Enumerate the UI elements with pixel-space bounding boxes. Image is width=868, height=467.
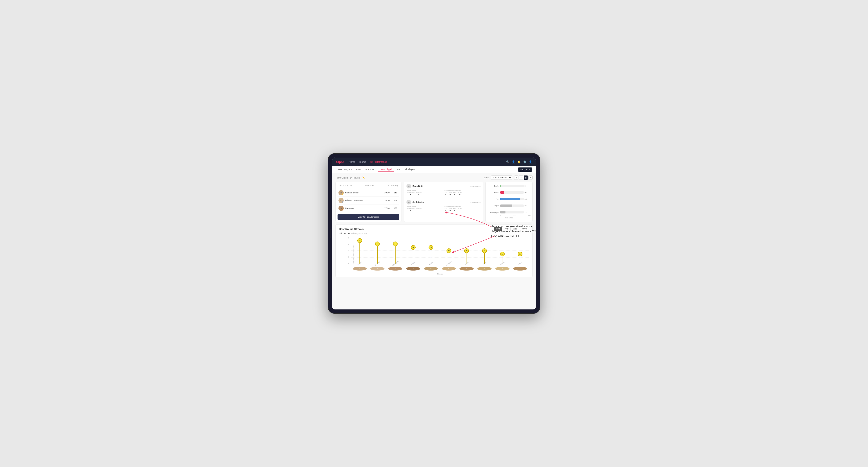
rank-badge-3: 3: [342, 209, 344, 211]
settings-icon[interactable]: ⚙️: [523, 160, 526, 163]
sub-nav-pgat[interactable]: PGAT Players: [336, 167, 353, 172]
y-label-0: 0: [348, 262, 349, 264]
bar-track: [500, 198, 524, 200]
bell-icon[interactable]: 🔔: [518, 160, 521, 163]
bar-fill: [500, 205, 512, 207]
bar-row: Eagles 3: [488, 184, 530, 188]
bar-fill: [500, 198, 520, 200]
y-label-4: 4: [348, 250, 349, 251]
player-score-3: 17/20: [383, 207, 391, 210]
streak-col: 5x: [422, 237, 440, 264]
player-row-3[interactable]: CA 3 Cameron... 17/20 103: [338, 205, 399, 212]
edit-icon[interactable]: ✏️: [362, 177, 365, 179]
sub-nav-pga[interactable]: PGA: [354, 167, 363, 172]
grid-view-icon[interactable]: ⊞: [514, 176, 519, 180]
period-select[interactable]: Last 3 months: [491, 176, 512, 180]
nav-item-myperformance[interactable]: My Performance: [370, 160, 387, 164]
bar-label: Bogeys: [488, 205, 499, 207]
streak-bubble: 5x: [411, 245, 415, 250]
sub-nav-tour[interactable]: Tour: [394, 167, 402, 172]
show-label: Show: [484, 177, 489, 179]
bar-track: [500, 185, 524, 187]
app-logo: clippd: [336, 160, 344, 164]
sub-nav-teamclippd[interactable]: Team Clippd: [378, 167, 394, 172]
streak-line: [413, 247, 413, 264]
stat-tournament-josh: Tournament 7: [406, 208, 414, 212]
streak-line: [431, 247, 431, 264]
stat-ott-rees: OTT 0: [444, 192, 447, 196]
practice-act-label-josh: Total Practice Activities: [444, 206, 480, 207]
stat-app-rees: APP 0: [448, 192, 452, 196]
card-date-josh: 26 Aug 2023: [470, 201, 480, 203]
leaderboard-section: PLAYER NAME PB SCORE PB AVG SQ RB 1 Rich…: [335, 182, 401, 222]
rank-badge-1: 1: [342, 193, 344, 195]
stat-putt-rees: PUTT 0: [458, 192, 462, 196]
practice-act-label-rees: Total Practice Activities: [444, 190, 480, 191]
search-icon[interactable]: 🔍: [506, 160, 509, 163]
avatar-icon[interactable]: 👤: [529, 160, 532, 163]
nav-items: Home Teams My Performance: [349, 160, 506, 164]
bar-fill: [500, 211, 505, 214]
sub-nav-hcaps[interactable]: Hcaps 1-5: [363, 167, 377, 172]
streak-bubble: 6x: [375, 242, 380, 246]
card-name-josh: Josh Coles: [412, 201, 424, 203]
bar-track: [500, 211, 524, 214]
avatar-josh: JC: [406, 200, 411, 205]
y-label-2: 2: [348, 256, 349, 258]
streak-col: 6x: [386, 237, 404, 264]
main-content: Team Clippd | 14 Players ✏️ Show Last 3 …: [332, 173, 536, 309]
sub-nav: PGAT Players PGA Hcaps 1-5 Team Clippd T…: [332, 166, 536, 173]
axis-200: 200: [513, 215, 516, 217]
bar-label: Birdies: [488, 192, 499, 193]
avatar-rees: RB: [406, 184, 411, 188]
streak-bubble: 3x: [518, 252, 522, 256]
team-header: Team Clippd | 14 Players ✏️ Show Last 3 …: [335, 176, 533, 180]
view-leaderboard-button[interactable]: View Full Leaderboard: [338, 214, 399, 220]
player-avg-3: 103: [393, 207, 398, 210]
add-team-button[interactable]: Add Team: [518, 167, 532, 172]
stat-practice-josh: Practice 2: [416, 208, 421, 212]
stat-arg-rees: ARG 0: [453, 192, 456, 196]
streak-bubble: 7x: [357, 238, 362, 243]
bar-label: Eagles: [488, 185, 499, 187]
player-card-rees: RB Rees Britt 02 Sep 2023 Total Rounds: [404, 182, 483, 198]
content-grid: PLAYER NAME PB SCORE PB AVG SQ RB 1 Rich…: [335, 182, 533, 222]
y-label-6: 6: [348, 243, 349, 245]
nav-item-home[interactable]: Home: [349, 160, 355, 164]
volume-button: [330, 229, 331, 238]
annotation-container: Here you can see streaks your players ha…: [491, 224, 542, 239]
streak-line: [360, 241, 360, 264]
player-row-2[interactable]: EC 2 Edward Crossman 18/20 107: [338, 197, 399, 205]
stat-tournament-rees: Tournament 8: [406, 192, 414, 196]
axis-400: 400: [528, 215, 530, 217]
card-header-josh: JC Josh Coles 26 Aug 2023: [406, 200, 480, 205]
rank-badge-2: 2: [342, 201, 344, 203]
stat-practice-rees: Practice 4: [416, 192, 421, 196]
table-view-icon[interactable]: ☰: [528, 176, 533, 180]
card-view-icon[interactable]: ▦: [524, 176, 528, 180]
streak-bubble: 5x: [429, 245, 433, 250]
player-row-1[interactable]: RB 1 Richard Butler 19/20 110: [338, 189, 399, 197]
avatar-edward: EC 2: [338, 198, 344, 203]
user-icon[interactable]: 👤: [512, 160, 515, 163]
annotation-arrow-ott: [443, 210, 495, 229]
bar-row: Bogeys 311: [488, 204, 530, 208]
streak-bubble: 3x: [500, 252, 505, 256]
team-name: Team Clippd | 14 Players: [335, 177, 361, 179]
nav-item-teams[interactable]: Teams: [359, 160, 366, 164]
nav-icons: 🔍 👤 🔔 ⚙️ 👤: [506, 160, 532, 163]
player-avg-1: 110: [393, 191, 398, 194]
total-rounds-label-rees: Total Rounds: [406, 190, 443, 191]
player-name-3: Cameron...: [345, 207, 381, 210]
streak-col: 5x: [404, 237, 422, 264]
streak-line: [377, 244, 378, 264]
streak-bubble: 6x: [393, 242, 398, 246]
list-view-icon[interactable]: ≡: [519, 176, 523, 180]
bar-track: [500, 191, 524, 194]
total-rounds-group-rees: Total Rounds Tournament 8 Practice: [406, 190, 443, 196]
sub-nav-allplayers[interactable]: All Players: [403, 167, 417, 172]
avatar-row: EBDJREDMRC: [351, 267, 529, 271]
streak-col: 3x: [493, 237, 512, 264]
streak-line: [395, 244, 396, 264]
bar-value: 311: [525, 205, 530, 207]
